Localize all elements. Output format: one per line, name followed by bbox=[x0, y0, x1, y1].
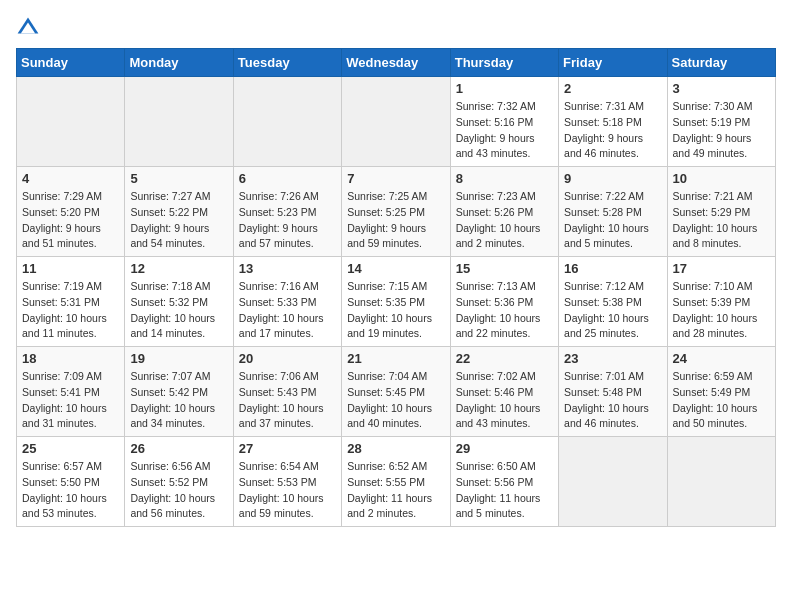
calendar-table: SundayMondayTuesdayWednesdayThursdayFrid… bbox=[16, 48, 776, 527]
day-cell bbox=[342, 77, 450, 167]
header-cell-sunday: Sunday bbox=[17, 49, 125, 77]
day-cell: 16Sunrise: 7:12 AMSunset: 5:38 PMDayligh… bbox=[559, 257, 667, 347]
day-cell: 21Sunrise: 7:04 AMSunset: 5:45 PMDayligh… bbox=[342, 347, 450, 437]
day-info: Sunrise: 7:16 AMSunset: 5:33 PMDaylight:… bbox=[239, 279, 336, 342]
day-number: 8 bbox=[456, 171, 553, 186]
day-number: 17 bbox=[673, 261, 770, 276]
day-info: Sunrise: 7:31 AMSunset: 5:18 PMDaylight:… bbox=[564, 99, 661, 162]
day-cell: 15Sunrise: 7:13 AMSunset: 5:36 PMDayligh… bbox=[450, 257, 558, 347]
day-cell: 17Sunrise: 7:10 AMSunset: 5:39 PMDayligh… bbox=[667, 257, 775, 347]
day-number: 28 bbox=[347, 441, 444, 456]
header-cell-saturday: Saturday bbox=[667, 49, 775, 77]
day-cell: 28Sunrise: 6:52 AMSunset: 5:55 PMDayligh… bbox=[342, 437, 450, 527]
day-cell bbox=[17, 77, 125, 167]
day-cell: 7Sunrise: 7:25 AMSunset: 5:25 PMDaylight… bbox=[342, 167, 450, 257]
day-number: 26 bbox=[130, 441, 227, 456]
day-info: Sunrise: 7:22 AMSunset: 5:28 PMDaylight:… bbox=[564, 189, 661, 252]
day-cell bbox=[125, 77, 233, 167]
day-cell: 2Sunrise: 7:31 AMSunset: 5:18 PMDaylight… bbox=[559, 77, 667, 167]
day-info: Sunrise: 7:06 AMSunset: 5:43 PMDaylight:… bbox=[239, 369, 336, 432]
day-cell: 11Sunrise: 7:19 AMSunset: 5:31 PMDayligh… bbox=[17, 257, 125, 347]
day-cell: 5Sunrise: 7:27 AMSunset: 5:22 PMDaylight… bbox=[125, 167, 233, 257]
logo-icon bbox=[16, 16, 40, 40]
day-cell: 23Sunrise: 7:01 AMSunset: 5:48 PMDayligh… bbox=[559, 347, 667, 437]
day-number: 5 bbox=[130, 171, 227, 186]
day-info: Sunrise: 7:12 AMSunset: 5:38 PMDaylight:… bbox=[564, 279, 661, 342]
day-cell bbox=[667, 437, 775, 527]
day-info: Sunrise: 7:18 AMSunset: 5:32 PMDaylight:… bbox=[130, 279, 227, 342]
day-info: Sunrise: 6:50 AMSunset: 5:56 PMDaylight:… bbox=[456, 459, 553, 522]
day-info: Sunrise: 6:59 AMSunset: 5:49 PMDaylight:… bbox=[673, 369, 770, 432]
day-info: Sunrise: 7:32 AMSunset: 5:16 PMDaylight:… bbox=[456, 99, 553, 162]
day-cell: 6Sunrise: 7:26 AMSunset: 5:23 PMDaylight… bbox=[233, 167, 341, 257]
day-cell bbox=[559, 437, 667, 527]
day-info: Sunrise: 7:30 AMSunset: 5:19 PMDaylight:… bbox=[673, 99, 770, 162]
day-cell: 29Sunrise: 6:50 AMSunset: 5:56 PMDayligh… bbox=[450, 437, 558, 527]
day-number: 7 bbox=[347, 171, 444, 186]
day-info: Sunrise: 7:21 AMSunset: 5:29 PMDaylight:… bbox=[673, 189, 770, 252]
day-number: 18 bbox=[22, 351, 119, 366]
day-info: Sunrise: 7:19 AMSunset: 5:31 PMDaylight:… bbox=[22, 279, 119, 342]
week-row-5: 25Sunrise: 6:57 AMSunset: 5:50 PMDayligh… bbox=[17, 437, 776, 527]
day-cell: 18Sunrise: 7:09 AMSunset: 5:41 PMDayligh… bbox=[17, 347, 125, 437]
day-number: 15 bbox=[456, 261, 553, 276]
day-number: 20 bbox=[239, 351, 336, 366]
header-cell-monday: Monday bbox=[125, 49, 233, 77]
logo bbox=[16, 16, 44, 40]
page-header bbox=[16, 16, 776, 40]
day-number: 21 bbox=[347, 351, 444, 366]
day-number: 24 bbox=[673, 351, 770, 366]
day-number: 13 bbox=[239, 261, 336, 276]
day-number: 3 bbox=[673, 81, 770, 96]
header-cell-thursday: Thursday bbox=[450, 49, 558, 77]
day-info: Sunrise: 7:27 AMSunset: 5:22 PMDaylight:… bbox=[130, 189, 227, 252]
day-info: Sunrise: 7:01 AMSunset: 5:48 PMDaylight:… bbox=[564, 369, 661, 432]
day-info: Sunrise: 7:25 AMSunset: 5:25 PMDaylight:… bbox=[347, 189, 444, 252]
day-cell: 9Sunrise: 7:22 AMSunset: 5:28 PMDaylight… bbox=[559, 167, 667, 257]
week-row-3: 11Sunrise: 7:19 AMSunset: 5:31 PMDayligh… bbox=[17, 257, 776, 347]
day-info: Sunrise: 7:13 AMSunset: 5:36 PMDaylight:… bbox=[456, 279, 553, 342]
day-info: Sunrise: 7:26 AMSunset: 5:23 PMDaylight:… bbox=[239, 189, 336, 252]
day-cell: 27Sunrise: 6:54 AMSunset: 5:53 PMDayligh… bbox=[233, 437, 341, 527]
day-info: Sunrise: 7:07 AMSunset: 5:42 PMDaylight:… bbox=[130, 369, 227, 432]
day-cell: 22Sunrise: 7:02 AMSunset: 5:46 PMDayligh… bbox=[450, 347, 558, 437]
day-info: Sunrise: 6:56 AMSunset: 5:52 PMDaylight:… bbox=[130, 459, 227, 522]
header-cell-wednesday: Wednesday bbox=[342, 49, 450, 77]
day-number: 29 bbox=[456, 441, 553, 456]
day-cell: 12Sunrise: 7:18 AMSunset: 5:32 PMDayligh… bbox=[125, 257, 233, 347]
day-number: 25 bbox=[22, 441, 119, 456]
day-cell: 10Sunrise: 7:21 AMSunset: 5:29 PMDayligh… bbox=[667, 167, 775, 257]
day-number: 12 bbox=[130, 261, 227, 276]
day-info: Sunrise: 7:02 AMSunset: 5:46 PMDaylight:… bbox=[456, 369, 553, 432]
day-number: 27 bbox=[239, 441, 336, 456]
day-number: 19 bbox=[130, 351, 227, 366]
day-info: Sunrise: 7:23 AMSunset: 5:26 PMDaylight:… bbox=[456, 189, 553, 252]
day-cell: 4Sunrise: 7:29 AMSunset: 5:20 PMDaylight… bbox=[17, 167, 125, 257]
day-number: 23 bbox=[564, 351, 661, 366]
day-number: 6 bbox=[239, 171, 336, 186]
day-number: 22 bbox=[456, 351, 553, 366]
day-cell: 14Sunrise: 7:15 AMSunset: 5:35 PMDayligh… bbox=[342, 257, 450, 347]
day-number: 10 bbox=[673, 171, 770, 186]
day-cell: 13Sunrise: 7:16 AMSunset: 5:33 PMDayligh… bbox=[233, 257, 341, 347]
day-cell bbox=[233, 77, 341, 167]
header-cell-friday: Friday bbox=[559, 49, 667, 77]
day-info: Sunrise: 7:04 AMSunset: 5:45 PMDaylight:… bbox=[347, 369, 444, 432]
day-info: Sunrise: 7:29 AMSunset: 5:20 PMDaylight:… bbox=[22, 189, 119, 252]
day-info: Sunrise: 6:52 AMSunset: 5:55 PMDaylight:… bbox=[347, 459, 444, 522]
day-number: 9 bbox=[564, 171, 661, 186]
week-row-2: 4Sunrise: 7:29 AMSunset: 5:20 PMDaylight… bbox=[17, 167, 776, 257]
day-number: 16 bbox=[564, 261, 661, 276]
day-number: 14 bbox=[347, 261, 444, 276]
day-cell: 25Sunrise: 6:57 AMSunset: 5:50 PMDayligh… bbox=[17, 437, 125, 527]
header-row: SundayMondayTuesdayWednesdayThursdayFrid… bbox=[17, 49, 776, 77]
day-cell: 26Sunrise: 6:56 AMSunset: 5:52 PMDayligh… bbox=[125, 437, 233, 527]
day-info: Sunrise: 6:57 AMSunset: 5:50 PMDaylight:… bbox=[22, 459, 119, 522]
day-cell: 8Sunrise: 7:23 AMSunset: 5:26 PMDaylight… bbox=[450, 167, 558, 257]
day-number: 2 bbox=[564, 81, 661, 96]
header-cell-tuesday: Tuesday bbox=[233, 49, 341, 77]
day-cell: 24Sunrise: 6:59 AMSunset: 5:49 PMDayligh… bbox=[667, 347, 775, 437]
day-number: 4 bbox=[22, 171, 119, 186]
week-row-4: 18Sunrise: 7:09 AMSunset: 5:41 PMDayligh… bbox=[17, 347, 776, 437]
day-cell: 3Sunrise: 7:30 AMSunset: 5:19 PMDaylight… bbox=[667, 77, 775, 167]
